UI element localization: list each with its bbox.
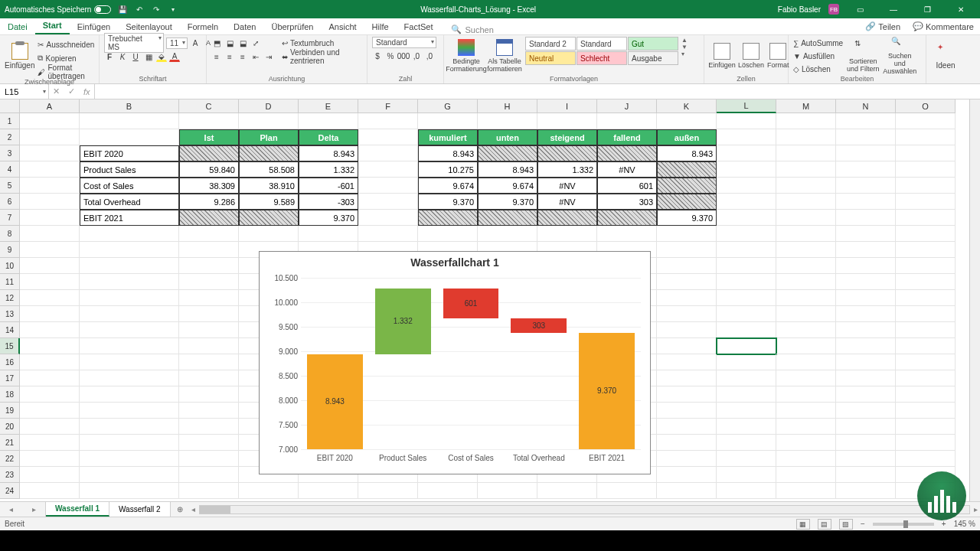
cell-J6[interactable]: 303	[597, 194, 657, 210]
font-name-select[interactable]: Trebuchet MS	[104, 33, 164, 53]
cell-K5[interactable]	[657, 178, 717, 194]
format-cells-button[interactable]: Format	[767, 37, 789, 75]
cell-K20[interactable]	[657, 419, 717, 435]
row-header-9[interactable]: 9	[0, 242, 20, 258]
row-header-12[interactable]: 12	[0, 290, 20, 306]
cell-C15[interactable]	[179, 338, 239, 354]
row-header-15[interactable]: 15	[0, 338, 20, 354]
cell-O7[interactable]	[896, 210, 956, 226]
cell-K7[interactable]: 9.370	[657, 210, 717, 226]
indent-inc-icon[interactable]: ⇥	[263, 51, 274, 62]
cell-F3[interactable]	[358, 145, 418, 161]
cell-C4[interactable]: 59.840	[179, 161, 239, 178]
col-header-G[interactable]: G	[418, 99, 478, 113]
cell-K3[interactable]: 8.943	[657, 145, 717, 161]
cell-G2[interactable]: kumuliert	[418, 129, 478, 145]
cell-O3[interactable]	[896, 145, 956, 161]
ribbon-options-icon[interactable]: ▭	[847, 0, 873, 18]
cell-C19[interactable]	[179, 403, 239, 419]
conditional-format-button[interactable]: Bedingte Formatierung	[449, 37, 484, 75]
underline-icon[interactable]: U	[130, 51, 141, 62]
cell-M16[interactable]	[776, 354, 836, 370]
cell-C2[interactable]: Ist	[179, 129, 239, 145]
cell-O22[interactable]	[896, 451, 956, 467]
increase-font-icon[interactable]: A	[190, 37, 201, 48]
col-header-N[interactable]: N	[836, 99, 896, 113]
percent-icon[interactable]: %	[385, 51, 396, 61]
row-header-20[interactable]: 20	[0, 419, 20, 435]
cell-N9[interactable]	[836, 242, 896, 258]
cell-A15[interactable]	[20, 338, 80, 354]
cell-C18[interactable]	[179, 386, 239, 403]
autosum-button[interactable]: ∑AutoSumme	[793, 37, 843, 49]
cell-C21[interactable]	[179, 435, 239, 451]
sheet-tab-active[interactable]: Wasserfall 1	[46, 502, 109, 517]
cell-D8[interactable]	[239, 226, 299, 242]
row-header-18[interactable]: 18	[0, 386, 20, 403]
cell-C6[interactable]: 9.286	[179, 194, 239, 210]
cell-N14[interactable]	[836, 322, 896, 338]
col-header-O[interactable]: O	[896, 99, 956, 113]
font-size-select[interactable]: 11	[166, 37, 188, 49]
cell-K22[interactable]	[657, 451, 717, 467]
cell-M10[interactable]	[776, 258, 836, 274]
cell-C12[interactable]	[179, 290, 239, 306]
cell-K11[interactable]	[657, 274, 717, 290]
align-left-icon[interactable]: ≡	[211, 51, 222, 62]
cell-F2[interactable]	[358, 129, 418, 145]
cell-B23[interactable]	[80, 467, 179, 483]
cell-O21[interactable]	[896, 435, 956, 451]
cell-H1[interactable]	[478, 113, 537, 129]
cell-A3[interactable]	[20, 145, 80, 161]
cell-B13[interactable]	[80, 306, 179, 322]
cell-D3[interactable]	[239, 145, 299, 161]
cell-A24[interactable]	[20, 483, 80, 499]
cell-A18[interactable]	[20, 386, 80, 403]
avatar[interactable]: FB	[828, 4, 839, 15]
italic-icon[interactable]: K	[117, 51, 128, 62]
cell-I5[interactable]: #NV	[537, 178, 597, 194]
cell-L22[interactable]	[717, 451, 776, 467]
col-header-E[interactable]: E	[299, 99, 358, 113]
cell-B14[interactable]	[80, 322, 179, 338]
cell-B9[interactable]	[80, 242, 179, 258]
share-button[interactable]: 🔗Teilen	[859, 18, 906, 34]
cell-H2[interactable]: unten	[478, 129, 537, 145]
maximize-icon[interactable]: ❐	[914, 0, 940, 18]
cell-N22[interactable]	[836, 451, 896, 467]
cell-O15[interactable]	[896, 338, 956, 354]
tab-start[interactable]: Start	[35, 18, 70, 34]
cell-C1[interactable]	[179, 113, 239, 129]
cell-I7[interactable]	[537, 210, 597, 226]
cell-I6[interactable]: #NV	[537, 194, 597, 210]
autosave-toggle[interactable]: Automatisches Speichern	[5, 5, 111, 14]
col-header-D[interactable]: D	[239, 99, 299, 113]
currency-icon[interactable]: $	[372, 51, 383, 61]
cell-O20[interactable]	[896, 419, 956, 435]
cell-J7[interactable]	[597, 210, 657, 226]
cell-J5[interactable]: 601	[597, 178, 657, 194]
wrap-text-button[interactable]: ↩Textumbruch	[282, 37, 362, 49]
cell-L24[interactable]	[717, 483, 776, 499]
cell-O14[interactable]	[896, 322, 956, 338]
view-normal-icon[interactable]: ▦	[796, 519, 810, 530]
delete-cells-button[interactable]: Löschen	[738, 37, 764, 75]
cell-B18[interactable]	[80, 386, 179, 403]
row-header-21[interactable]: 21	[0, 435, 20, 451]
cell-K4[interactable]	[657, 161, 717, 178]
cell-M13[interactable]	[776, 306, 836, 322]
row-header-16[interactable]: 16	[0, 354, 20, 370]
cell-K13[interactable]	[657, 306, 717, 322]
cell-L18[interactable]	[717, 386, 776, 403]
cell-A5[interactable]	[20, 178, 80, 194]
cell-J1[interactable]	[597, 113, 657, 129]
cell-G1[interactable]	[418, 113, 478, 129]
cell-J3[interactable]	[597, 145, 657, 161]
cell-E2[interactable]: Delta	[299, 129, 358, 145]
cell-I2[interactable]: steigend	[537, 129, 597, 145]
cell-M7[interactable]	[776, 210, 836, 226]
cell-N15[interactable]	[836, 338, 896, 354]
cell-G5[interactable]: 9.674	[418, 178, 478, 194]
horizontal-scrollbar[interactable]: ◂▸	[189, 502, 980, 517]
sheet-tab-2[interactable]: Wasserfall 2	[109, 502, 171, 517]
